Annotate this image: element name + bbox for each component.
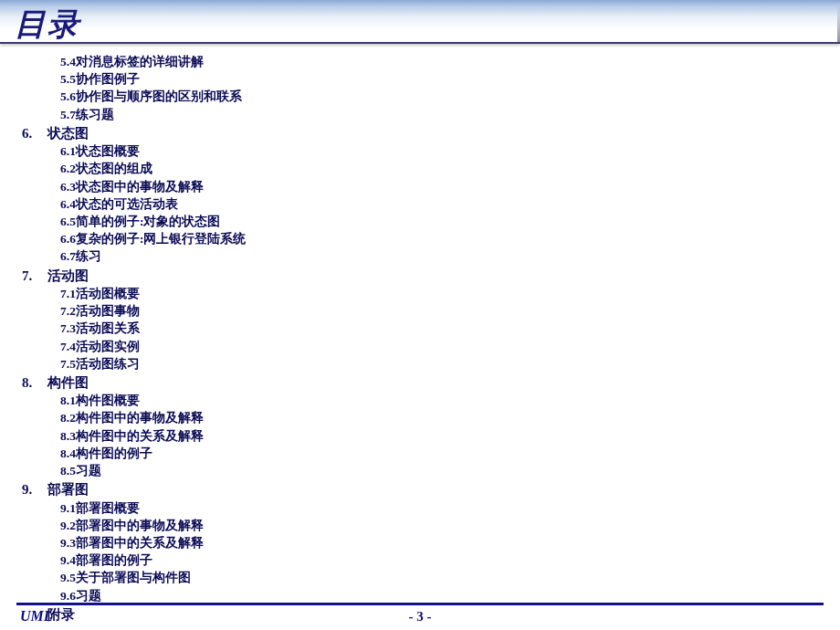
- toc-item: 8.2构件图中的事物及解释: [60, 410, 818, 426]
- page-title: 目录: [0, 0, 840, 46]
- toc-item: 6.7练习: [60, 248, 818, 265]
- toc-item: 9.4部署图的例子: [60, 552, 818, 569]
- chapter-number: 7.: [22, 267, 47, 285]
- chapter-number: 9.: [22, 480, 47, 499]
- chapter-heading: 7. 活动图: [22, 267, 818, 285]
- toc-item: 6.1状态图概要: [60, 143, 818, 160]
- toc-content: 5.4对消息标签的详细讲解 5.5协作图例子 5.6协作图与顺序图的区别和联系 …: [0, 44, 840, 624]
- page-number: - 3 -: [409, 609, 432, 625]
- chapter-items: 9.1部署图概要 9.2部署图中的事物及解释 9.3部署图中的关系及解释 9.4…: [22, 500, 818, 604]
- toc-item: 8.4构件图的例子: [60, 446, 818, 462]
- chapter-title: 部署图: [47, 480, 89, 499]
- chapter-heading: 6. 状态图: [22, 124, 818, 142]
- toc-item: 9.2部署图中的事物及解释: [60, 518, 818, 534]
- toc-item: 9.1部署图概要: [60, 500, 818, 517]
- chapter-number: 8.: [22, 373, 47, 392]
- toc-item: 5.4对消息标签的详细讲解: [60, 54, 818, 70]
- toc-item: 5.7练习题: [60, 107, 818, 123]
- toc-item: 7.5活动图练习: [60, 356, 818, 373]
- toc-item: 6.3状态图中的事物及解释: [60, 179, 818, 195]
- toc-item: 6.2状态图的组成: [60, 161, 818, 177]
- chapter-number: 6.: [22, 124, 47, 142]
- toc-item: 5.6协作图与顺序图的区别和联系: [60, 89, 818, 105]
- toc-item: 9.5关于部署图与构件图: [60, 570, 818, 586]
- chapter-title: 构件图: [47, 373, 89, 392]
- toc-item: 6.6复杂的例子:网上银行登陆系统: [60, 231, 818, 247]
- toc-item: 6.4状态的可选活动表: [60, 196, 818, 213]
- chapter-heading: 8. 构件图: [22, 373, 818, 392]
- toc-item: 7.2活动图事物: [60, 303, 818, 320]
- toc-item: 7.3活动图关系: [60, 320, 818, 337]
- chapter-items: 8.1构件图概要 8.2构件图中的事物及解释 8.3构件图中的关系及解释 8.4…: [22, 393, 818, 479]
- toc-item: 8.3构件图中的关系及解释: [60, 428, 818, 445]
- toc-item: 5.5协作图例子: [60, 71, 818, 88]
- chapter-title: 活动图: [47, 267, 89, 285]
- toc-item: 7.1活动图概要: [60, 286, 818, 302]
- toc-item: 8.1构件图概要: [60, 393, 818, 409]
- chapter-items: 7.1活动图概要 7.2活动图事物 7.3活动图关系 7.4活动图实例 7.5活…: [22, 286, 818, 373]
- chapter-title: 状态图: [47, 124, 89, 142]
- footer: UML - 3 -: [0, 603, 840, 630]
- footer-divider: [16, 603, 824, 605]
- toc-item: 7.4活动图实例: [60, 339, 818, 355]
- pre-items: 5.4对消息标签的详细讲解 5.5协作图例子 5.6协作图与顺序图的区别和联系 …: [22, 54, 818, 123]
- footer-left: UML: [0, 608, 53, 625]
- title-bar: 目录: [0, 0, 840, 44]
- chapter-items: 6.1状态图概要 6.2状态图的组成 6.3状态图中的事物及解释 6.4状态的可…: [22, 143, 818, 266]
- toc-item: 8.5习题: [60, 463, 818, 479]
- toc-item: 6.5简单的例子:对象的状态图: [60, 214, 818, 230]
- chapter-heading: 9. 部署图: [22, 480, 818, 499]
- toc-item: 9.3部署图中的关系及解释: [60, 535, 818, 551]
